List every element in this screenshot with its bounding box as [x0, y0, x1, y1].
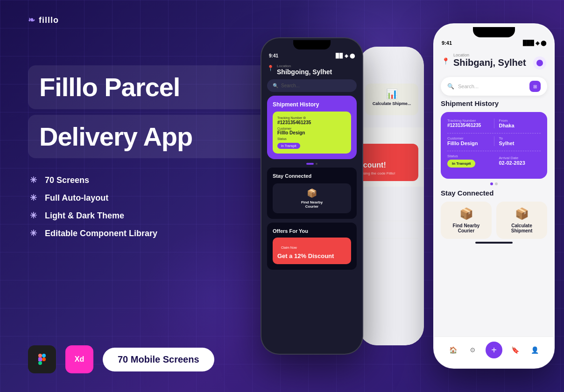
- phone-dark: 9:41 ▉▉ ◈ ⬤ 📍 Location Shibgoing, Sylhet…: [261, 37, 363, 355]
- nav-home-icon[interactable]: 🏠: [447, 343, 460, 357]
- title-box-1: Filllo Parcel: [28, 65, 271, 109]
- customer-value: Filllo Design: [447, 140, 489, 146]
- light-box-icon-1: 📦: [446, 207, 486, 220]
- to-label: To: [499, 136, 541, 140]
- light-phone-notch: [473, 27, 515, 37]
- from-label: From: [499, 119, 541, 123]
- sh-divider-2: [494, 136, 494, 146]
- scan-icon[interactable]: ⊞: [529, 81, 541, 92]
- dark-customer-name: Filllo Design: [277, 130, 346, 135]
- tracking-label: Tracking Number: [447, 119, 489, 123]
- light-sc-cards: 📦 Find Nearby Courier 📦 Calculate Shipme…: [441, 202, 547, 239]
- hero-title-line1: Filllo Parcel: [39, 73, 260, 102]
- light-location-label: Location: [453, 53, 526, 57]
- behind-calculate-card[interactable]: 📊 Calculate Shipme...: [365, 84, 418, 115]
- light-calculate-label: Calculate Shipment: [502, 223, 542, 233]
- feature-icon-4: [28, 228, 38, 238]
- bottom-toolbar: Xd 70 Mobile Screens: [28, 345, 214, 373]
- dark-sc-title: Stay Connected: [273, 173, 351, 179]
- page-dots: [434, 182, 554, 185]
- home-indicator: [475, 242, 513, 244]
- svg-point-4: [42, 357, 46, 361]
- sh-dashed-line-2: [447, 151, 541, 151]
- light-find-nearby-card[interactable]: 📦 Find Nearby Courier: [441, 202, 492, 239]
- light-find-nearby-label: Find Nearby Courier: [446, 223, 486, 233]
- status-label: Status: [447, 154, 489, 158]
- light-status-bar: 9:41 ▉▉▉ ◈ ⬤: [434, 37, 554, 49]
- phones-showcase: 9:41 ▉▉ ◈ ⬤ 📍 Location Shibgoing, Sylhet…: [237, 0, 564, 392]
- dark-status-bar: 9:41 ▉▉ ◈ ⬤: [261, 49, 362, 60]
- nav-bookmark-icon[interactable]: 🔖: [509, 343, 522, 357]
- nav-settings-icon[interactable]: ⚙: [466, 343, 479, 357]
- sh-row-2: Customer Filllo Design To Sylhet: [447, 136, 541, 146]
- dark-claim-now[interactable]: Claim Now: [277, 245, 301, 251]
- figma-icon: [28, 345, 56, 373]
- light-sc-title: Stay Connected: [441, 189, 547, 197]
- dark-phone-main: 📍 Location Shibgoing, Sylhet 🔍 Search...…: [261, 60, 362, 270]
- arrival-label: Arrival Date: [499, 156, 541, 160]
- from-field: From Dhaka: [499, 119, 541, 128]
- light-shipment-history: Shipment History Tracking Number #123135…: [441, 99, 547, 179]
- light-sh-card: Tracking Number #123135461235 From Dhaka…: [441, 112, 547, 179]
- from-value: Dhaka: [499, 123, 541, 128]
- light-bottom-nav: 🏠 ⚙ + 🔖 👤: [434, 336, 554, 368]
- svg-rect-3: [38, 361, 42, 365]
- feature-label-1: 70 Screens: [45, 175, 89, 185]
- dark-tracking-num: #123135461235: [277, 120, 346, 125]
- dark-location-name: Shibgoing, Sylhet: [277, 68, 332, 76]
- logo-icon: ❧: [28, 15, 35, 25]
- feature-item-2: Full Auto-layout: [28, 193, 271, 203]
- dark-shipment-history: Shipment History Tracking Number ⚙ #1231…: [267, 96, 357, 159]
- arrival-value: 02-02-2023: [499, 160, 541, 166]
- hero-title-line2: Delivery App: [39, 122, 260, 151]
- dot-2: [495, 182, 498, 185]
- xd-label: Xd: [75, 355, 84, 364]
- title-box-2: Delivery App: [28, 115, 271, 159]
- light-search-bar[interactable]: 🔍 Search... ⊞: [441, 77, 547, 96]
- svg-rect-1: [42, 354, 46, 357]
- feature-icon-2: [28, 193, 38, 203]
- light-status-time: 9:41: [442, 40, 452, 46]
- light-search-placeholder: Search...: [458, 84, 479, 89]
- svg-rect-0: [38, 354, 42, 357]
- dark-status-icons: ▉▉ ◈ ⬤: [336, 53, 355, 58]
- dark-tracking-label: Tracking Number ⚙: [277, 116, 346, 120]
- feature-icon-1: [28, 175, 38, 185]
- sh-divider-1: [494, 119, 494, 128]
- light-calculate-card[interactable]: 📦 Calculate Shipment: [496, 202, 547, 239]
- light-avatar: [533, 56, 546, 70]
- screens-badge: 70 Mobile Screens: [103, 348, 214, 371]
- behind-calc-icon: 📊: [370, 88, 414, 99]
- dark-status-label: Status: [277, 137, 346, 140]
- feature-item-1: 70 Screens: [28, 175, 271, 185]
- features-list: 70 Screens Full Auto-layout Light & Dark…: [28, 175, 271, 238]
- to-value: Sylhet: [499, 140, 541, 146]
- svg-rect-2: [38, 357, 42, 361]
- status-field: Status In Transpit: [447, 154, 489, 168]
- feature-label-3: Light & Dark Theme: [45, 211, 124, 221]
- dark-stay-connected: Stay Connected 📦 Find Nearby Courier: [267, 168, 357, 219]
- light-location-name: Shibganj, Sylhet: [453, 57, 526, 68]
- tracking-value: #123135461235: [447, 123, 489, 128]
- dark-find-nearby-card[interactable]: 📦 Find Nearby Courier: [273, 183, 351, 213]
- dot-1: [490, 182, 493, 185]
- screens-count: 70 Mobile Screens: [118, 354, 199, 364]
- feature-label-2: Full Auto-layout: [45, 193, 108, 203]
- light-box-icon-2: 📦: [502, 207, 542, 220]
- nav-profile-icon[interactable]: 👤: [528, 343, 541, 357]
- customer-field: Customer Filllo Design: [447, 136, 489, 146]
- dark-search-icon: 🔍: [273, 83, 278, 88]
- arrival-field: Arrival Date 02-02-2023: [499, 156, 541, 166]
- behind-calculate-label: Calculate Shipme...: [370, 101, 414, 106]
- light-stay-connected: Stay Connected 📦 Find Nearby Courier 📦 C…: [441, 189, 547, 239]
- customer-label: Customer: [447, 136, 489, 140]
- dark-find-nearby-label: Find Nearby Courier: [277, 200, 346, 209]
- nav-add-button[interactable]: +: [486, 342, 502, 358]
- sh-dashed-line: [447, 133, 541, 133]
- sh-row-3: Status In Transpit Arrival Date 02-02-20…: [447, 154, 541, 168]
- dark-search-bar[interactable]: 🔍 Search...: [267, 79, 357, 92]
- to-field: To Sylhet: [499, 136, 541, 146]
- hero-section: Filllo Parcel Delivery App 70 Screens Fu…: [28, 65, 271, 262]
- dark-offers-title: Offers For You: [273, 228, 351, 234]
- tracking-field: Tracking Number #123135461235: [447, 119, 489, 128]
